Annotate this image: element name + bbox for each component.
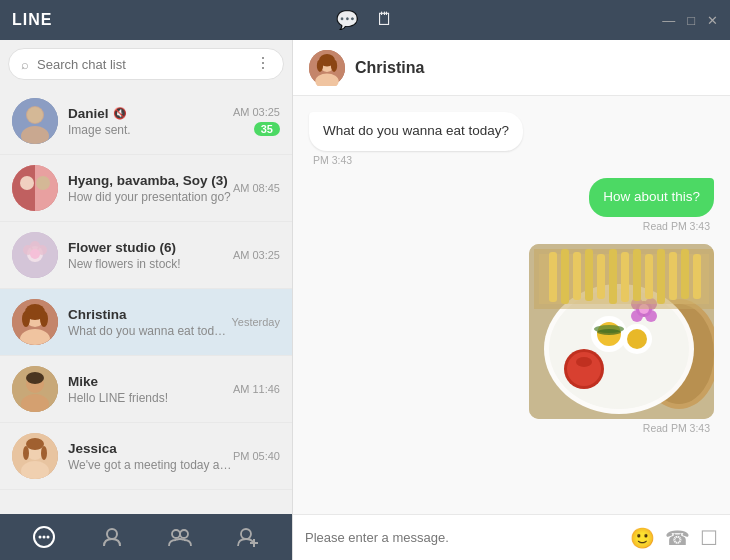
- chat-name-jessica: Jessica: [68, 441, 233, 456]
- chat-meta-daniel: AM 03:25 35: [233, 106, 280, 136]
- avatar-daniel: [12, 98, 58, 144]
- chat-bubble-icon[interactable]: 💬: [336, 9, 358, 31]
- chat-preview-flower: New flowers in stock!: [68, 257, 233, 271]
- svg-point-18: [22, 311, 30, 327]
- emoji-icon[interactable]: 🙂: [630, 526, 655, 550]
- message-meta-2: Read PM 3:43: [639, 220, 714, 232]
- avatar-christina: [12, 299, 58, 345]
- svg-rect-77: [657, 249, 665, 304]
- chat-header-avatar-svg: [309, 50, 345, 86]
- chat-item-jessica[interactable]: Jessica We've got a meeting today at 3 p…: [0, 423, 292, 490]
- svg-point-37: [241, 529, 251, 539]
- message-input[interactable]: [305, 530, 620, 545]
- camera-icon[interactable]: ☐: [700, 526, 718, 550]
- chat-name-hyang: Hyang, bavamba, Soy (3): [68, 173, 233, 188]
- svg-point-34: [107, 529, 117, 539]
- svg-rect-69: [561, 249, 569, 304]
- maximize-button[interactable]: □: [687, 13, 695, 28]
- friends-nav-icon: [101, 526, 123, 548]
- svg-rect-79: [681, 249, 689, 299]
- chat-list: Daniel 🔇 Image sent. AM 03:25 35: [0, 88, 292, 514]
- avatar-svg-mike: [12, 366, 58, 412]
- svg-rect-71: [585, 249, 593, 301]
- chat-item-hyang[interactable]: Hyang, bavamba, Soy (3) How did your pre…: [0, 155, 292, 222]
- svg-rect-74: [621, 252, 629, 302]
- svg-point-59: [597, 329, 621, 335]
- svg-rect-68: [549, 252, 557, 302]
- svg-rect-76: [645, 254, 653, 299]
- chat-info-daniel: Daniel 🔇 Image sent.: [68, 106, 233, 137]
- chat-info-jessica: Jessica We've got a meeting today at 3 p…: [68, 441, 233, 472]
- avatar-svg-daniel: [12, 98, 58, 144]
- search-input[interactable]: [37, 57, 247, 72]
- phone-icon[interactable]: ☎: [665, 526, 690, 550]
- message-row-3: Read PM 3:43: [309, 244, 714, 434]
- svg-point-27: [26, 438, 44, 450]
- chat-item-flower[interactable]: Flower studio (6) New flowers in stock! …: [0, 222, 292, 289]
- svg-point-29: [41, 446, 47, 460]
- food-image-svg: [529, 244, 714, 419]
- avatar-jessica: [12, 433, 58, 479]
- chat-time-flower: AM 03:25: [233, 249, 280, 261]
- svg-rect-73: [609, 249, 617, 304]
- chat-item-mike[interactable]: Mike Hello LINE friends! AM 11:46: [0, 356, 292, 423]
- avatar-flower: [12, 232, 58, 278]
- chat-item-christina[interactable]: Christina What do you wanna eat today? Y…: [0, 289, 292, 356]
- nav-add-friend[interactable]: [214, 526, 282, 548]
- svg-point-54: [627, 329, 647, 349]
- chat-nav-icon: [33, 526, 55, 548]
- svg-point-57: [576, 357, 592, 367]
- more-options-icon[interactable]: ︙: [255, 55, 271, 73]
- title-bar: LINE 💬 🗒 — □ ✕: [0, 0, 730, 40]
- search-bar: ⌕ ︙: [8, 48, 284, 80]
- bottom-nav: [0, 514, 292, 560]
- chat-header: Christina: [293, 40, 730, 96]
- chat-time-daniel: AM 03:25: [233, 106, 280, 118]
- svg-point-35: [172, 530, 180, 538]
- svg-point-36: [180, 530, 188, 538]
- main-layout: ⌕ ︙ Daniel 🔇: [0, 40, 730, 560]
- nav-chat[interactable]: [10, 526, 78, 548]
- mute-icon-daniel: 🔇: [113, 107, 127, 120]
- svg-point-33: [47, 536, 50, 539]
- chat-name-christina: Christina: [68, 307, 231, 322]
- chat-name-flower: Flower studio (6): [68, 240, 233, 255]
- chat-info-flower: Flower studio (6) New flowers in stock!: [68, 240, 233, 271]
- message-row-1: What do you wanna eat today? PM 3:43: [309, 112, 714, 166]
- chat-header-avatar: [309, 50, 345, 86]
- message-bubble-2: How about this?: [589, 178, 714, 217]
- title-bar-center-icons: 💬 🗒: [336, 9, 394, 31]
- svg-rect-70: [573, 252, 581, 300]
- badge-daniel: 35: [254, 122, 280, 136]
- svg-point-28: [23, 446, 29, 460]
- nav-groups[interactable]: [146, 526, 214, 548]
- chat-name-daniel: Daniel 🔇: [68, 106, 233, 121]
- svg-point-6: [20, 176, 34, 190]
- minimize-button[interactable]: —: [662, 13, 675, 28]
- food-image: [529, 244, 714, 419]
- chat-header-name: Christina: [355, 59, 424, 77]
- svg-point-44: [317, 59, 323, 72]
- chat-preview-mike: Hello LINE friends!: [68, 391, 233, 405]
- chat-info-christina: Christina What do you wanna eat today?: [68, 307, 231, 338]
- svg-point-19: [40, 311, 48, 327]
- chat-item-daniel[interactable]: Daniel 🔇 Image sent. AM 03:25 35: [0, 88, 292, 155]
- window-controls: — □ ✕: [662, 13, 718, 28]
- avatar-svg-christina: [12, 299, 58, 345]
- close-button[interactable]: ✕: [707, 13, 718, 28]
- compose-icon[interactable]: 🗒: [376, 9, 394, 31]
- search-icon: ⌕: [21, 57, 29, 72]
- svg-point-13: [30, 249, 40, 259]
- nav-friends[interactable]: [78, 526, 146, 548]
- chat-time-jessica: PM 05:40: [233, 450, 280, 462]
- image-meta: Read PM 3:43: [639, 422, 714, 434]
- svg-point-3: [27, 107, 43, 123]
- app-logo: LINE: [12, 11, 52, 29]
- svg-rect-78: [669, 252, 677, 300]
- svg-point-45: [331, 59, 337, 72]
- svg-point-32: [43, 536, 46, 539]
- chat-time-hyang: AM 08:45: [233, 182, 280, 194]
- chat-name-mike: Mike: [68, 374, 233, 389]
- chat-time-mike: AM 11:46: [233, 383, 280, 395]
- avatar-svg-hyang: [12, 165, 58, 211]
